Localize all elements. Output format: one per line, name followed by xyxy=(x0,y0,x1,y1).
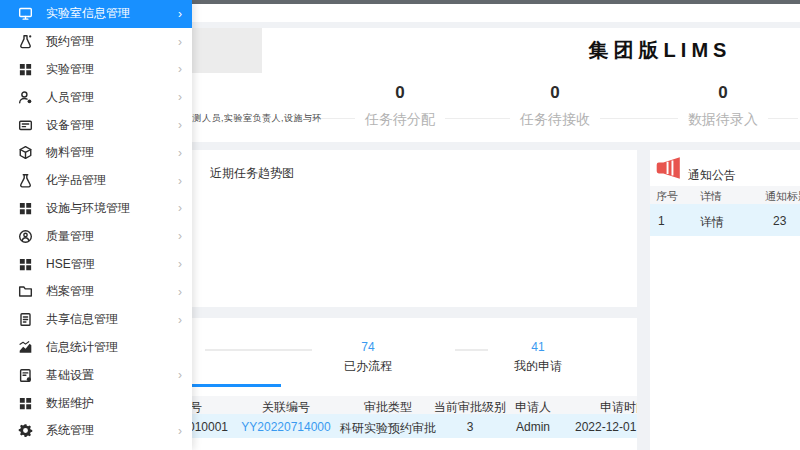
notice-card-title: 通知公告 xyxy=(688,167,736,184)
cell-index: 1 xyxy=(658,214,665,228)
tab-divider-left xyxy=(205,349,312,351)
cube-icon xyxy=(18,145,33,160)
folder-icon xyxy=(18,284,33,299)
sidebar-item-label: 设备管理 xyxy=(46,117,94,134)
sidebar-item-8[interactable]: 设施与环境管理› xyxy=(0,195,192,223)
device-icon xyxy=(18,118,33,133)
chevron-right-icon: › xyxy=(178,7,182,21)
col-detail: 详情 xyxy=(700,189,722,204)
tab-label: 我的申请 xyxy=(478,358,598,375)
trend-chart-card: 近期任务趋势图 xyxy=(150,150,637,307)
sidebar-item-11[interactable]: 档案管理› xyxy=(0,278,192,306)
cell-apply-time: 2022-12-01 xyxy=(575,420,636,434)
monitor-icon xyxy=(18,6,33,21)
sidebar-item-label: 信息统计管理 xyxy=(46,339,118,356)
sidebar-item-16[interactable]: 系统管理› xyxy=(0,417,192,445)
beaker-icon xyxy=(18,173,33,188)
tab-count: 74 xyxy=(308,340,428,354)
announcement-horn-icon xyxy=(656,156,684,186)
sidebar-item-12[interactable]: 共享信息管理› xyxy=(0,306,192,334)
chevron-right-icon: › xyxy=(178,118,182,132)
approval-table-row[interactable]: 010001YY20220714000科研实验预约审批3Admin2022-12… xyxy=(150,414,637,438)
sidebar-item-9[interactable]: 质量管理› xyxy=(0,222,192,250)
chevron-right-icon: › xyxy=(178,313,182,327)
chart-icon xyxy=(18,340,33,355)
notice-table-row[interactable]: 1详情23 xyxy=(650,204,800,236)
sidebar-item-2[interactable]: 预约管理› xyxy=(0,28,192,56)
grid-icon xyxy=(18,396,33,411)
chevron-right-icon: › xyxy=(178,257,182,271)
stat-label: 数据待录入 xyxy=(678,111,768,129)
gear-icon xyxy=(18,423,33,438)
stat-value: 0 xyxy=(315,82,485,104)
sidebar-item-label: 设施与环境管理 xyxy=(46,200,130,217)
sidebar-item-15[interactable]: 数据维护 xyxy=(0,389,192,417)
sidebar-item-label: 实验室信息管理 xyxy=(46,5,130,22)
sidebar-item-label: 物料管理 xyxy=(46,144,94,161)
sidebar-item-7[interactable]: 化学品管理› xyxy=(0,167,192,195)
sidebar-item-label: 系统管理 xyxy=(46,422,94,439)
stat-value: 0 xyxy=(638,82,800,104)
sidebar-item-label: 共享信息管理 xyxy=(46,311,118,328)
stat-item-2: 0任务待接收 xyxy=(470,82,640,129)
badge-icon xyxy=(18,229,33,244)
chevron-right-icon: › xyxy=(178,174,182,188)
chevron-right-icon: › xyxy=(178,368,182,382)
sidebar-item-label: 实验管理 xyxy=(46,61,94,78)
chevron-right-icon: › xyxy=(178,146,182,160)
sidebar-item-label: 化学品管理 xyxy=(46,172,106,189)
sidebar-item-4[interactable]: 人员管理› xyxy=(0,83,192,111)
sidebar-item-label: 数据维护 xyxy=(46,395,94,412)
sidebar-item-label: HSE管理 xyxy=(46,256,95,273)
sidebar-menu: 实验室信息管理›预约管理›实验管理›人员管理›设备管理›物料管理›化学品管理›设… xyxy=(0,0,192,450)
sidebar-item-label: 档案管理 xyxy=(46,283,94,300)
sidebar-item-3[interactable]: 实验管理› xyxy=(0,56,192,84)
workflow-card: 74已办流程41我的申请 审批编号关联编号审批类型当前审批级别申请人申请时间 0… xyxy=(150,318,637,450)
grid-icon xyxy=(18,257,33,272)
flask-star-icon xyxy=(18,34,33,49)
sidebar-item-13[interactable]: 信息统计管理 xyxy=(0,334,192,362)
chevron-right-icon: › xyxy=(178,201,182,215)
chevron-right-icon: › xyxy=(178,229,182,243)
document-icon xyxy=(18,312,33,327)
chevron-right-icon: › xyxy=(178,285,182,299)
tab-label: 已办流程 xyxy=(308,358,428,375)
sidebar-item-14[interactable]: 基础设置› xyxy=(0,361,192,389)
sidebar-item-label: 质量管理 xyxy=(46,228,94,245)
notice-table-header: 序号详情通知标题 xyxy=(650,186,800,204)
sidebar-item-label: 人员管理 xyxy=(46,89,94,106)
chevron-right-icon: › xyxy=(178,62,182,76)
trend-chart-canvas xyxy=(200,184,629,299)
stat-item-1: 0任务待分配 xyxy=(315,82,485,129)
sidebar-item-label: 预约管理 xyxy=(46,33,94,50)
approval-table-header: 审批编号关联编号审批类型当前审批级别申请人申请时间 xyxy=(150,396,637,414)
chevron-right-icon: › xyxy=(178,90,182,104)
sidebar-item-1[interactable]: 实验室信息管理› xyxy=(0,0,192,28)
notice-card: 通知公告 序号详情通知标题 1详情23 xyxy=(650,150,800,450)
announcement-marquee: 检测人员,实验室负责人,设施与环 xyxy=(183,112,322,125)
cell-notice-title: 23 xyxy=(773,214,786,228)
doc-gear-icon xyxy=(18,368,33,383)
sidebar-item-label: 基础设置 xyxy=(46,367,94,384)
tab-count: 41 xyxy=(478,340,598,354)
stat-label: 任务待分配 xyxy=(355,111,445,129)
grid-icon xyxy=(18,201,33,216)
tab-1[interactable]: 74已办流程 xyxy=(308,340,428,375)
sidebar-item-6[interactable]: 物料管理› xyxy=(0,139,192,167)
grid-icon xyxy=(18,62,33,77)
chevron-right-icon: › xyxy=(178,35,182,49)
stat-item-3: 0数据待录入 xyxy=(638,82,800,129)
user-gear-icon xyxy=(18,90,33,105)
cell-detail-link[interactable]: 详情 xyxy=(700,214,724,231)
chevron-right-icon: › xyxy=(178,424,182,438)
col-index: 序号 xyxy=(656,189,678,204)
sidebar-item-10[interactable]: HSE管理› xyxy=(0,250,192,278)
col-notice-title: 通知标题 xyxy=(765,189,800,204)
trend-chart-title: 近期任务趋势图 xyxy=(210,165,294,182)
logo-placeholder xyxy=(180,28,262,73)
sidebar-item-5[interactable]: 设备管理› xyxy=(0,111,192,139)
tab-2[interactable]: 41我的申请 xyxy=(478,340,598,375)
stat-value: 0 xyxy=(470,82,640,104)
stat-label: 任务待接收 xyxy=(510,111,600,129)
brand-title: 集团版LIMS xyxy=(510,37,800,64)
